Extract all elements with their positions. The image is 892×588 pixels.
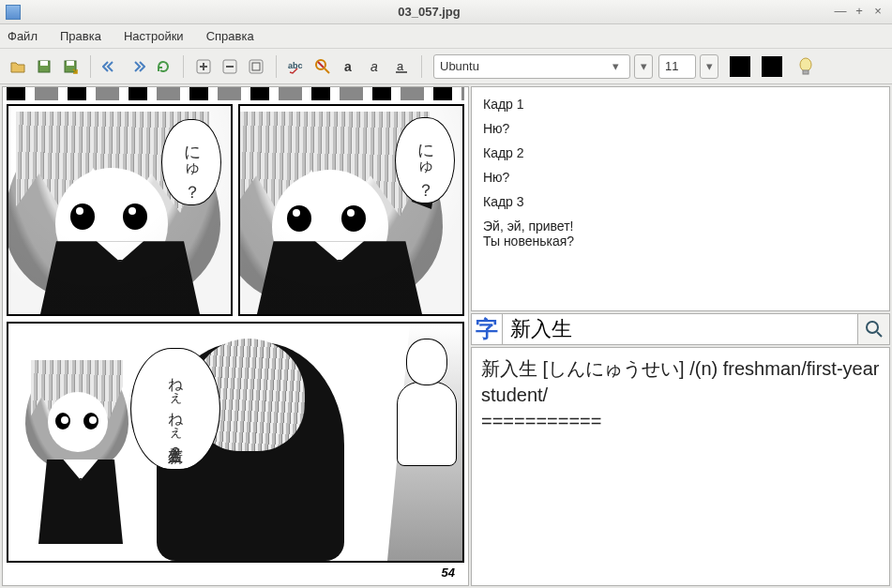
manga-page: にゅ？: [3, 87, 468, 585]
translation-line: Кадр 2: [483, 145, 878, 160]
svg-point-15: [867, 322, 878, 333]
speech-bubble-2: にゅ？: [395, 117, 455, 204]
svg-text:a: a: [344, 59, 352, 74]
refresh-button[interactable]: [151, 54, 175, 79]
save-button[interactable]: [32, 54, 56, 79]
image-viewer[interactable]: にゅ？: [2, 86, 469, 586]
next-button[interactable]: [125, 54, 149, 79]
menu-settings[interactable]: Настройки: [124, 29, 184, 43]
font-family-dropdown[interactable]: ▾: [634, 54, 653, 79]
svg-rect-1: [40, 61, 48, 66]
underline-button[interactable]: a: [389, 54, 414, 79]
titlebar: 03_057.jpg — + ×: [0, 0, 892, 24]
menu-edit[interactable]: Правка: [60, 29, 101, 43]
italic-button[interactable]: a: [363, 54, 387, 79]
toolbar-separator: [421, 55, 422, 78]
color-swatch-1[interactable]: [730, 56, 750, 77]
speech-bubble-3: ねぇねぇ君新入生？: [130, 348, 220, 470]
menubar: Файл Правка Настройки Справка: [0, 24, 892, 49]
close-button[interactable]: ×: [869, 5, 886, 20]
svg-text:abc: abc: [288, 61, 303, 70]
lightbulb-button[interactable]: [797, 57, 816, 76]
zoom-in-button[interactable]: [191, 54, 216, 79]
translation-line: Ню?: [483, 170, 878, 185]
manga-panel-1: にゅ？: [7, 104, 233, 316]
menu-file[interactable]: Файл: [8, 29, 38, 43]
page-number: 54: [442, 565, 455, 580]
translation-line: Эй, эй, привет! Ты новенькая?: [483, 219, 878, 249]
maximize-button[interactable]: +: [851, 5, 868, 20]
find-button[interactable]: [310, 54, 335, 79]
font-size-combo[interactable]: 11: [658, 54, 696, 79]
manga-panel-2: にゅ？: [238, 104, 464, 316]
spellcheck-button[interactable]: abc: [284, 54, 309, 79]
zoom-fit-button[interactable]: [244, 54, 268, 79]
right-panel: Кадр 1Ню?Кадр 2Ню?Кадр 3Эй, эй, привет! …: [471, 86, 890, 586]
toolbar: abc a a a Ubuntu ▾ ▾ 11 ▾: [0, 49, 892, 84]
translation-text[interactable]: Кадр 1Ню?Кадр 2Ню?Кадр 3Эй, эй, привет! …: [471, 86, 890, 311]
svg-point-13: [800, 58, 811, 71]
svg-rect-6: [249, 60, 263, 73]
font-size-dropdown[interactable]: ▾: [700, 54, 718, 79]
chevron-down-icon: ▾: [607, 59, 624, 73]
dictionary-search-button[interactable]: [858, 313, 890, 345]
bold-button[interactable]: a: [337, 54, 361, 79]
translation-line: Кадр 3: [483, 194, 878, 209]
font-size-value: 11: [665, 59, 689, 73]
speech-bubble-1: にゅ？: [161, 119, 221, 205]
translation-line: Ню?: [483, 121, 878, 136]
svg-text:a: a: [397, 59, 404, 73]
dictionary-search-bar: 字: [471, 313, 890, 345]
svg-rect-14: [803, 70, 809, 74]
minimize-button[interactable]: —: [832, 5, 849, 20]
svg-rect-7: [252, 63, 260, 70]
dictionary-icon: 字: [471, 313, 503, 345]
font-family-combo[interactable]: Ubuntu ▾: [433, 54, 630, 79]
toolbar-separator: [276, 55, 277, 78]
app-icon: [6, 5, 21, 20]
content-area: にゅ？: [0, 84, 892, 588]
prev-button[interactable]: [98, 54, 123, 79]
svg-text:a: a: [370, 59, 378, 74]
toolbar-separator: [183, 55, 184, 78]
dictionary-result[interactable]: 新入生 [しんにゅうせい] /(n) freshman/first-year s…: [471, 347, 890, 586]
window-title: 03_057.jpg: [28, 5, 830, 19]
save-as-button[interactable]: [58, 54, 83, 79]
svg-rect-3: [67, 61, 74, 66]
menu-help[interactable]: Справка: [206, 29, 254, 43]
font-family-value: Ubuntu: [440, 59, 607, 73]
manga-panel-3: ねぇねぇ君新入生？: [7, 322, 464, 563]
zoom-out-button[interactable]: [218, 54, 242, 79]
color-swatch-2[interactable]: [762, 56, 782, 77]
toolbar-separator: [90, 55, 91, 78]
open-button[interactable]: [6, 54, 30, 79]
dictionary-input[interactable]: [503, 313, 858, 345]
translation-line: Кадр 1: [483, 97, 878, 112]
